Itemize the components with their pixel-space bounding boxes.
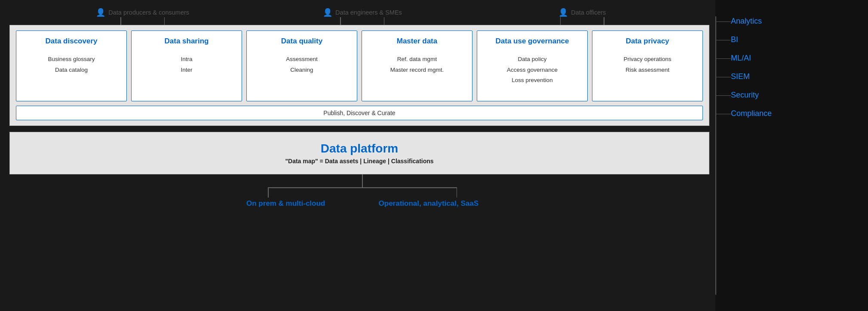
card-title: Data sharing: [165, 37, 209, 46]
card-items: Assessment Cleaning: [286, 54, 318, 75]
persona-label: 👤 Data engineers & SMEs: [323, 8, 402, 17]
card-data-sharing: Data sharing Intra Inter: [131, 30, 242, 101]
card-items: Ref. data mgmt Master record mgmt.: [390, 54, 444, 75]
sidebar-item-siem[interactable]: SIEM: [731, 67, 858, 86]
persona-label: 👤 Data officers: [558, 8, 606, 17]
right-sidebar: Analytics BI ML/AI SIEM Security Complia…: [715, 0, 868, 311]
card-data-quality: Data quality Assessment Cleaning: [246, 30, 357, 101]
platform-box: Data platform "Data map" = Data assets |…: [9, 132, 709, 174]
card-data-discovery: Data discovery Business glossary Data ca…: [16, 30, 127, 101]
platform-subtitle: "Data map" = Data assets | Lineage | Cla…: [16, 158, 703, 165]
persona-officers: 👤 Data officers: [535, 8, 629, 25]
sidebar-item-security[interactable]: Security: [731, 86, 858, 104]
sidebar-item-mlai[interactable]: ML/AI: [731, 49, 858, 67]
card-items: Business glossary Data catalog: [48, 54, 95, 75]
bottom-section: On prem & multi-cloud Operational, analy…: [9, 174, 715, 311]
person-icon: 👤: [96, 8, 105, 17]
persona-engineers: 👤 Data engineers & SMEs: [315, 8, 410, 25]
person-icon: 👤: [323, 8, 332, 17]
sidebar-item-compliance[interactable]: Compliance: [731, 104, 858, 123]
publish-bar: Publish, Discover & Curate: [16, 106, 703, 120]
bottom-label-onprem: On prem & multi-cloud: [246, 199, 325, 208]
cards-row: Data discovery Business glossary Data ca…: [16, 30, 703, 101]
card-title: Data quality: [281, 37, 322, 46]
governance-container: Data discovery Business glossary Data ca…: [9, 25, 709, 126]
platform-title: Data platform: [16, 142, 703, 156]
card-title: Data privacy: [626, 37, 669, 46]
sidebar-item-analytics[interactable]: Analytics: [731, 12, 858, 30]
person-icon: 👤: [558, 8, 568, 17]
card-title: Master data: [397, 37, 437, 46]
card-master-data: Master data Ref. data mgmt Master record…: [362, 30, 472, 101]
card-items: Intra Inter: [181, 54, 192, 75]
sidebar-item-bi[interactable]: BI: [731, 30, 858, 49]
card-items: Privacy operations Risk assessment: [623, 54, 671, 75]
card-items: Data policy Access governance Loss preve…: [507, 54, 558, 85]
card-title: Data discovery: [46, 37, 98, 46]
card-title: Data use governance: [495, 37, 569, 46]
persona-label: 👤 Data producers & consumers: [96, 8, 189, 17]
bottom-label-operational: Operational, analytical, SaaS: [379, 199, 478, 208]
card-data-privacy: Data privacy Privacy operations Risk ass…: [592, 30, 703, 101]
persona-producers: 👤 Data producers & consumers: [95, 8, 190, 25]
card-data-use-governance: Data use governance Data policy Access g…: [477, 30, 588, 101]
